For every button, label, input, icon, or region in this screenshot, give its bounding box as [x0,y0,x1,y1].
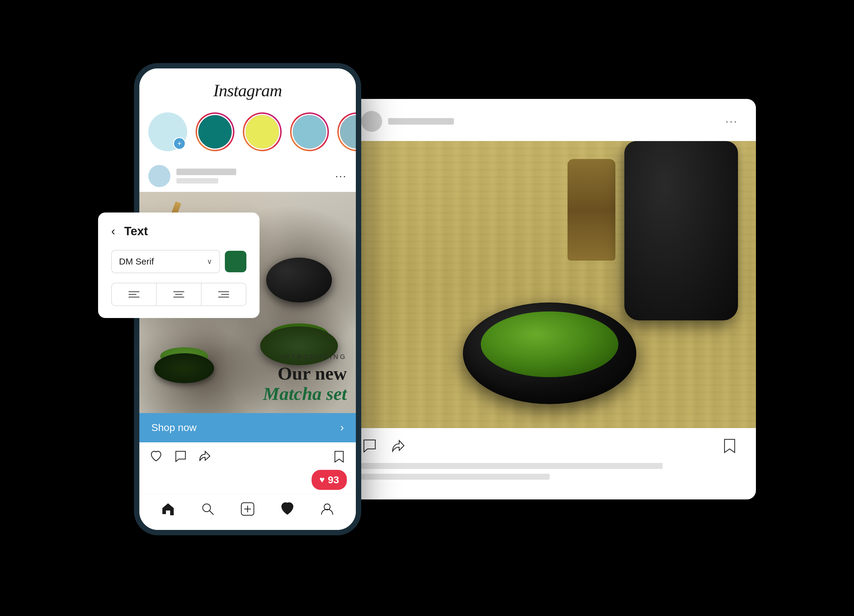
font-row: DM Serif ∨ [111,250,246,273]
post-options-dots[interactable]: ··· [335,170,347,183]
align-row [111,283,246,306]
our-new-text: Our new [223,363,347,383]
desktop-bowl-container [463,303,636,404]
align-left-icon [128,290,140,299]
likes-count: 93 [328,474,339,486]
nav-search[interactable] [199,500,217,518]
home-icon [160,502,175,517]
post-meta-bar [177,178,218,184]
profile-icon [320,502,335,517]
desktop-actions [343,428,756,463]
desktop-caption-bar-2 [361,474,550,480]
desktop-comment-button[interactable] [361,437,378,454]
bamboo-cup [567,159,615,261]
desktop-bowl [463,303,636,404]
like-button[interactable] [148,448,164,464]
align-right-icon [218,290,230,299]
align-center-icon [173,290,185,299]
shop-now-bar[interactable]: Shop now › [139,413,356,443]
story-ring-2[interactable] [243,113,282,151]
save-button[interactable] [331,448,347,464]
instagram-logo: Instagram [213,81,282,100]
svg-line-1 [210,511,214,515]
font-select[interactable]: DM Serif ∨ [111,250,220,273]
nav-profile[interactable] [318,500,336,518]
desktop-post-image [343,141,756,428]
nav-home[interactable] [159,500,177,518]
align-right-button[interactable] [201,283,246,306]
desktop-username-bar [388,118,454,125]
likes-heart-icon: ♥ [319,475,325,485]
post-text-overlay: INTRODUCING Our new Matcha set [214,344,356,413]
panel-title: Text [124,225,148,238]
desktop-share-button[interactable] [390,437,407,454]
chevron-down-icon: ∨ [207,257,212,266]
heart-icon [149,450,163,463]
plus-square-icon [240,502,255,517]
search-icon [200,502,215,517]
desktop-matcha-powder [481,312,618,377]
stories-row [139,106,356,160]
instagram-header: Instagram [139,68,356,106]
action-icons-left [148,448,213,464]
add-story-bubble[interactable] [148,113,187,151]
matcha-bowl-small [154,353,214,383]
heart-filled-icon [280,502,295,517]
post-header: ··· [139,160,356,192]
svg-point-0 [203,504,210,512]
likes-area: ♥ 93 [139,470,356,495]
shop-arrow-icon: › [340,421,344,434]
desktop-action-icons-left [361,437,407,454]
post-user-info [177,169,329,184]
share-icon [198,450,212,463]
tea-lid [266,258,332,303]
align-center-button[interactable] [157,283,201,306]
desktop-caption-bar-1 [361,463,663,469]
story-ring-1[interactable] [195,113,235,151]
post-actions [139,443,356,470]
bottom-nav [139,494,356,530]
matcha-set-text: Matcha set [223,383,347,404]
desktop-save-button[interactable] [721,437,738,454]
panel-header: ‹ Text [111,225,246,238]
nav-notifications[interactable] [278,500,296,518]
bookmark-icon [332,450,346,463]
story-ring-4[interactable] [337,113,356,151]
introducing-text: INTRODUCING [223,353,347,361]
text-panel: ‹ Text DM Serif ∨ [98,213,259,318]
desktop-caption-bars [343,463,756,493]
desktop-share-icon [391,438,406,453]
post-avatar [148,165,171,187]
comment-button[interactable] [173,448,188,464]
nav-add[interactable] [239,500,256,518]
comment-icon [174,450,187,463]
back-button[interactable]: ‹ [111,225,115,238]
share-button[interactable] [197,448,213,464]
color-swatch[interactable] [225,251,246,272]
post-username-bar [177,169,236,175]
desktop-mockup: ··· [343,99,756,499]
shop-now-text: Shop now [151,422,197,433]
likes-badge: ♥ 93 [311,470,347,490]
align-left-button[interactable] [112,283,157,306]
desktop-options-dots[interactable]: ··· [726,115,738,128]
desktop-user-area [361,111,726,132]
desktop-comment-icon [362,438,377,453]
dark-pot [624,141,738,320]
font-name-label: DM Serif [119,256,154,266]
desktop-header: ··· [343,99,756,141]
desktop-bookmark-icon [722,438,737,453]
desktop-avatar [361,111,382,132]
story-ring-3[interactable] [290,113,329,151]
